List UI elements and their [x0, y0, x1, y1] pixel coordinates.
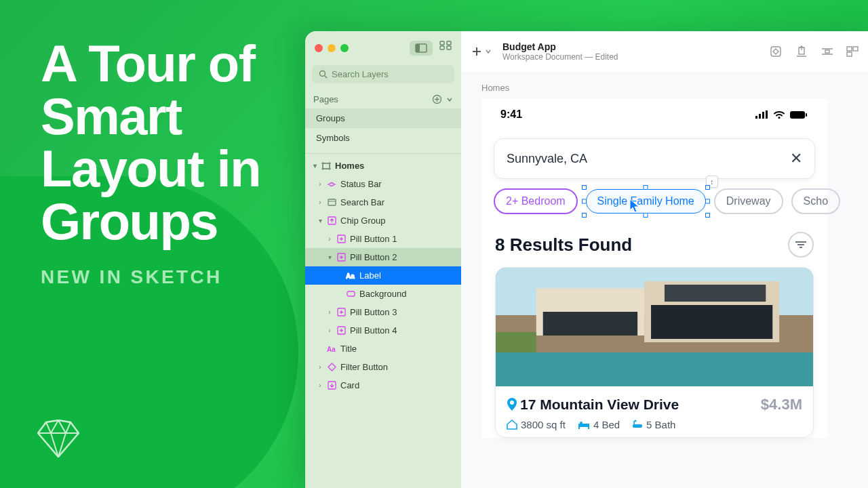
svg-rect-59 — [578, 427, 580, 429]
align-left-icon[interactable] — [795, 45, 808, 58]
wifi-icon — [773, 110, 785, 119]
page-item-groups[interactable]: Groups — [305, 108, 461, 128]
layer-pill-2-label[interactable]: Aa Label — [305, 266, 461, 285]
clear-icon[interactable]: ✕ — [790, 150, 802, 167]
listing-image — [496, 268, 813, 386]
svg-rect-60 — [588, 427, 589, 429]
phone-artboard[interactable]: 9:41 Sunnyvale, CA ✕ 2+ Bedroom ↕ Si — [481, 99, 827, 438]
chip-school[interactable]: Scho — [791, 188, 840, 214]
search-placeholder: Search Layers — [332, 69, 389, 79]
svg-rect-50 — [496, 352, 813, 386]
document-header: Budget App Workspace Document — Edited — [461, 31, 868, 72]
svg-rect-4 — [440, 46, 444, 49]
results-title: 8 Results Found — [495, 235, 632, 256]
smart-layout-pin-icon[interactable]: ↕ — [706, 176, 718, 188]
layer-title[interactable]: Aa Title — [305, 340, 461, 358]
svg-rect-16 — [328, 199, 336, 205]
svg-rect-54 — [651, 305, 772, 339]
svg-point-64 — [635, 420, 637, 422]
svg-rect-1 — [416, 44, 420, 52]
svg-rect-2 — [440, 41, 444, 45]
search-icon — [319, 70, 328, 79]
view-sidebar-toggle[interactable] — [410, 41, 433, 56]
sidebar: Search Layers Pages Groups Symbols ▾ Hom… — [305, 31, 461, 488]
svg-rect-37 — [847, 52, 852, 56]
svg-rect-11 — [323, 163, 330, 169]
location-search-input[interactable]: Sunnyvale, CA ✕ — [494, 138, 815, 179]
titlebar — [305, 31, 461, 62]
close-window-icon[interactable] — [315, 44, 323, 52]
svg-rect-39 — [759, 114, 761, 119]
bath-icon — [632, 420, 643, 430]
phone-status-bar: 9:41 — [481, 99, 827, 126]
layer-pill-3[interactable]: › Pill Button 3 — [305, 303, 461, 321]
pages-chevron-icon[interactable] — [446, 96, 453, 103]
svg-rect-5 — [447, 46, 451, 49]
svg-rect-43 — [790, 111, 805, 119]
filter-button[interactable] — [788, 232, 814, 258]
svg-rect-38 — [755, 116, 757, 119]
sketch-logo-icon — [37, 420, 79, 458]
battery-icon — [789, 110, 808, 119]
chip-bedroom[interactable]: 2+ Bedroom — [494, 188, 578, 214]
add-page-icon[interactable] — [432, 94, 442, 104]
layer-card[interactable]: › Card — [305, 376, 461, 394]
svg-rect-36 — [853, 47, 858, 51]
pin-icon — [507, 398, 517, 411]
svg-text:Aa: Aa — [327, 346, 336, 353]
zoom-window-icon[interactable] — [340, 44, 349, 52]
components-icon[interactable] — [769, 45, 783, 58]
chevron-down-icon — [485, 48, 492, 55]
artboard-label[interactable]: Homes — [481, 83, 509, 93]
svg-point-42 — [778, 117, 781, 119]
document-subtitle: Workspace Document — Edited — [502, 52, 618, 62]
listing-price: $4.3M — [761, 396, 802, 413]
svg-rect-35 — [847, 47, 852, 51]
svg-rect-41 — [766, 110, 768, 119]
svg-text:Aa: Aa — [346, 272, 355, 280]
layer-pill-1[interactable]: › Pill Button 1 — [305, 230, 461, 248]
layer-chip-group[interactable]: ▾ Chip Group — [305, 211, 461, 230]
layer-pill-4[interactable]: › Pill Button 4 — [305, 321, 461, 340]
svg-rect-53 — [543, 312, 637, 336]
layer-pill-2-bg[interactable]: Background — [305, 285, 461, 303]
search-layers-input[interactable]: Search Layers — [312, 65, 454, 83]
canvas[interactable]: Homes 9:41 Sunnyvale, CA ✕ 2+ Bedroom — [461, 72, 868, 488]
svg-point-61 — [580, 422, 583, 424]
document-title: Budget App — [502, 41, 618, 52]
listing-card[interactable]: 17 Mountain View Drive $4.3M 3800 sq ft … — [495, 267, 814, 438]
page-item-symbols[interactable]: Symbols — [305, 128, 461, 148]
minimize-window-icon[interactable] — [328, 44, 336, 52]
insert-button[interactable] — [471, 45, 492, 58]
distribute-icon[interactable] — [821, 45, 834, 58]
chip-single-family[interactable]: Single Family Home — [586, 189, 706, 214]
svg-point-6 — [320, 71, 326, 77]
status-time: 9:41 — [500, 108, 522, 121]
layer-search-bar[interactable]: › Search Bar — [305, 193, 461, 211]
chip-row: 2+ Bedroom ↕ Single Family Home Driveway… — [481, 188, 827, 214]
layer-filter-button[interactable]: › Filter Button — [305, 358, 461, 376]
svg-rect-56 — [496, 332, 536, 352]
promo-panel: A Tour of Smart Layout in Groups NEW IN … — [41, 37, 285, 288]
pages-label: Pages — [313, 94, 338, 104]
svg-point-57 — [510, 401, 514, 405]
layer-pill-2[interactable]: ▾ Pill Button 2 — [305, 248, 461, 266]
chip-driveway[interactable]: Driveway — [714, 188, 783, 214]
svg-rect-55 — [665, 285, 766, 302]
listing-address: 17 Mountain View Drive — [520, 396, 679, 413]
svg-rect-40 — [762, 112, 764, 119]
app-window: Search Layers Pages Groups Symbols ▾ Hom… — [305, 31, 868, 488]
layer-status-bar[interactable]: › Status Bar — [305, 175, 461, 193]
tidy-icon[interactable] — [846, 45, 859, 58]
promo-headline: A Tour of Smart Layout in Groups — [41, 37, 285, 247]
svg-line-7 — [325, 76, 327, 78]
bed-icon — [578, 420, 590, 429]
layer-artboard-homes[interactable]: ▾ Homes — [305, 157, 461, 175]
svg-rect-3 — [447, 41, 451, 45]
svg-rect-62 — [633, 424, 642, 428]
svg-rect-58 — [578, 424, 589, 427]
svg-rect-22 — [347, 291, 355, 296]
grid-view-icon[interactable] — [439, 41, 452, 56]
svg-rect-34 — [825, 50, 829, 53]
house-icon — [507, 420, 517, 430]
